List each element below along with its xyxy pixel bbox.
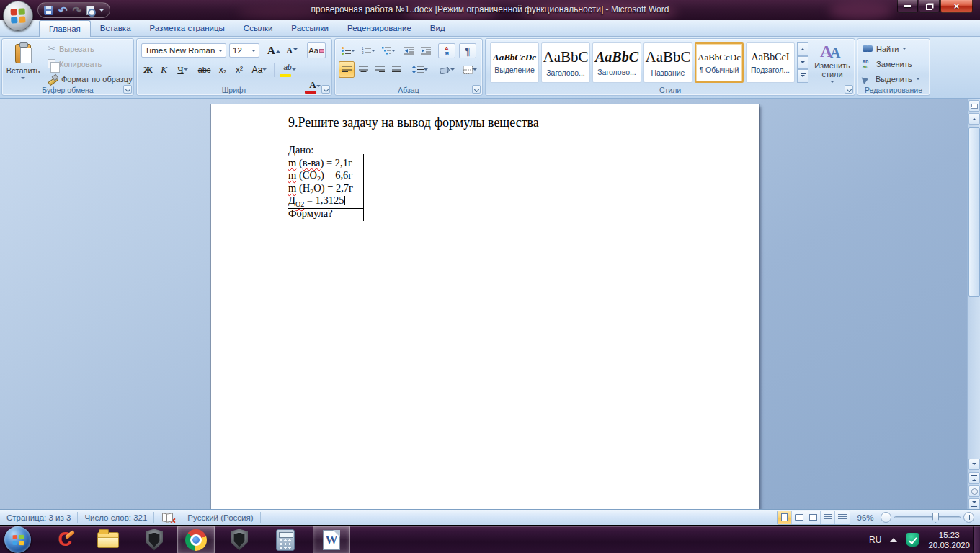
style-heading2[interactable]: AaBbC Заголово... [592, 42, 641, 83]
highlight-button[interactable]: ab [278, 61, 301, 78]
style-heading1[interactable]: AaBbC Заголово... [541, 42, 590, 83]
tab-home[interactable]: Главная [39, 20, 91, 37]
tab-mailings[interactable]: Рассылки [282, 21, 338, 36]
paste-button[interactable]: Вставить [6, 42, 40, 86]
font-name-combo[interactable]: Times New Roman [141, 43, 226, 58]
zoom-out-button[interactable] [881, 512, 891, 523]
align-left-button[interactable] [339, 61, 355, 78]
scroll-up-button[interactable] [968, 113, 980, 125]
grow-font-button[interactable]: А [265, 42, 282, 58]
web-layout-button[interactable] [806, 511, 821, 524]
taskbar-word[interactable]: W [313, 526, 350, 553]
undo-icon[interactable]: ↶ [58, 6, 68, 15]
styles-gallery-expand-button[interactable] [797, 69, 808, 83]
taskbar-calculator[interactable] [267, 526, 304, 553]
borders-button[interactable] [459, 61, 481, 78]
select-button[interactable]: Выделить [859, 71, 924, 86]
styles-scroll-up-button[interactable] [797, 42, 808, 56]
close-button[interactable]: × [940, 0, 973, 13]
multilevel-list-button[interactable] [379, 43, 398, 58]
taskbar-chrome[interactable] [177, 526, 215, 553]
shading-button[interactable] [436, 61, 458, 78]
taskbar-ccleaner[interactable]: C [46, 526, 84, 553]
bold-button[interactable]: Ж [141, 61, 156, 78]
style-normal[interactable]: AaBbCcDc ¶ Обычный [695, 42, 744, 83]
zoom-in-button[interactable] [963, 512, 974, 523]
style-subtitle[interactable]: AaBbCcI Подзагол... [746, 42, 795, 83]
next-page-button[interactable] [968, 498, 980, 509]
replace-button[interactable]: abас Заменить [859, 56, 924, 71]
sort-button[interactable]: А Я [438, 43, 455, 58]
clock[interactable]: 15:23 20.03.2020 [928, 530, 970, 550]
shrink-font-button[interactable]: А [284, 42, 300, 58]
change-case-button[interactable]: Аа [248, 61, 271, 78]
save-icon[interactable] [44, 6, 53, 15]
print-preview-icon[interactable] [86, 6, 94, 15]
tab-references[interactable]: Ссылки [234, 21, 282, 36]
paragraph-dialog-launcher[interactable] [472, 85, 481, 94]
print-layout-view-button[interactable] [778, 511, 792, 524]
subscript-button[interactable]: x₂ [215, 61, 231, 78]
tab-page-layout[interactable]: Разметка страницы [141, 21, 234, 36]
taskbar-wot-1[interactable] [135, 526, 173, 553]
zoom-slider-thumb[interactable] [932, 513, 939, 523]
start-button[interactable] [4, 526, 31, 553]
font-size-combo[interactable]: 12 [229, 43, 259, 58]
taskbar-explorer[interactable] [89, 526, 127, 553]
office-button[interactable] [3, 1, 33, 31]
numbering-button[interactable]: 12 [359, 43, 378, 58]
line-spacing-button[interactable] [409, 61, 431, 78]
find-button[interactable]: Найти [859, 41, 924, 56]
increase-indent-button[interactable] [418, 43, 434, 58]
justify-button[interactable] [388, 61, 404, 78]
copy-button[interactable]: Копировать [44, 56, 136, 71]
outline-view-button[interactable] [821, 511, 835, 524]
draft-view-button[interactable] [835, 511, 850, 524]
taskbar-wot-2[interactable] [220, 526, 258, 553]
tab-review[interactable]: Рецензирование [338, 21, 421, 36]
minimize-button[interactable] [897, 0, 918, 13]
language-indicator[interactable]: Русский (Россия) [181, 510, 259, 526]
zoom-level[interactable]: 96% [853, 513, 878, 522]
underline-button[interactable]: Ч [172, 61, 193, 78]
vertical-scrollbar[interactable] [967, 99, 980, 509]
align-right-button[interactable] [372, 61, 388, 78]
qat-dropdown-icon[interactable] [99, 9, 104, 14]
bullets-button[interactable] [339, 43, 357, 58]
font-dialog-launcher[interactable] [321, 85, 330, 94]
zoom-slider-track[interactable] [894, 516, 961, 518]
word-count[interactable]: Число слов: 321 [78, 510, 153, 526]
decrease-indent-button[interactable] [401, 43, 417, 58]
document-page[interactable]: 9.Решите задачу на вывод формулы веществ… [211, 104, 760, 509]
show-marks-button[interactable]: ¶ [459, 43, 476, 58]
clipboard-dialog-launcher[interactable] [123, 85, 132, 94]
strikethrough-button[interactable]: abc [195, 61, 214, 78]
style-title[interactable]: AaBbC Название [643, 42, 692, 83]
format-painter-button[interactable]: Формат по образцу [44, 71, 136, 86]
language-switcher[interactable]: RU [869, 535, 881, 545]
show-desktop-button[interactable] [973, 526, 980, 553]
antivirus-shield-icon[interactable] [906, 533, 919, 547]
tab-view[interactable]: Вид [421, 21, 455, 36]
cut-button[interactable]: ✂ Вырезать [44, 41, 136, 56]
ruler-toggle-button[interactable] [968, 100, 980, 112]
style-vydelenie[interactable]: AaBbCcDc Выделение [490, 42, 539, 83]
scroll-down-button[interactable] [968, 459, 980, 470]
select-browse-object-button[interactable] [968, 485, 980, 497]
italic-button[interactable]: К [156, 61, 172, 78]
scrollbar-thumb[interactable] [968, 127, 980, 297]
align-center-button[interactable] [355, 61, 371, 78]
hidden-icons-arrow[interactable] [890, 534, 897, 542]
styles-dialog-launcher[interactable] [845, 85, 853, 94]
full-screen-reading-button[interactable] [792, 511, 806, 524]
restore-button[interactable] [919, 0, 940, 13]
superscript-button[interactable]: x² [231, 61, 247, 78]
change-styles-button[interactable]: А А Изменить стили [811, 42, 853, 85]
page-indicator[interactable]: Страница: 3 из 3 [0, 510, 77, 526]
proofing-status[interactable] [154, 510, 181, 526]
clear-formatting-button[interactable]: Аа [307, 42, 326, 58]
redo-icon[interactable]: ↷ [73, 6, 82, 15]
previous-page-button[interactable] [968, 472, 980, 484]
styles-scroll-down-button[interactable] [797, 56, 808, 70]
tab-insert[interactable]: Вставка [91, 21, 141, 36]
